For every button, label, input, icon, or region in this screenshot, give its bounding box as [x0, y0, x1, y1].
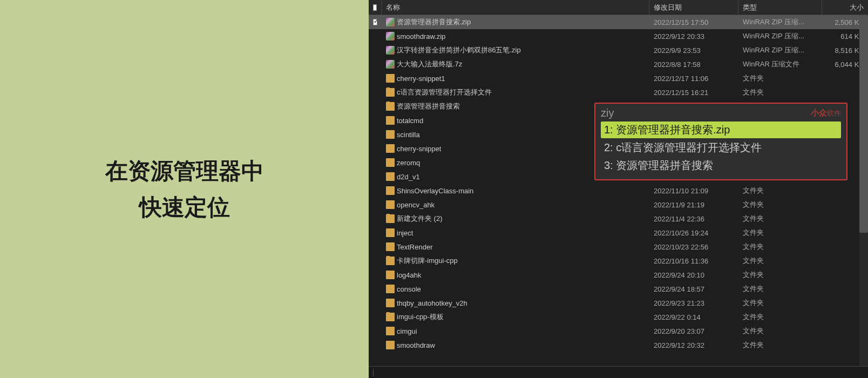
file-type-cell: WinRAR 压缩文件 — [738, 59, 822, 69]
file-name-cell[interactable]: ShinsOverlayClass-main — [382, 186, 649, 195]
file-date-cell: 2022/9/24 20:10 — [649, 271, 738, 279]
folder-icon — [386, 130, 395, 139]
folder-icon — [386, 256, 395, 265]
file-date-cell: 2022/12/15 17:50 — [649, 18, 738, 26]
file-row[interactable]: log4ahk2022/9/24 20:10文件夹 — [369, 268, 868, 282]
file-name-cell[interactable]: log4ahk — [382, 271, 649, 279]
file-date-cell: 2022/12/15 16:21 — [649, 89, 738, 97]
file-date-cell: 2022/9/20 23:07 — [649, 327, 738, 335]
file-date-cell: 2022/9/22 0:14 — [649, 313, 738, 321]
file-name-cell[interactable]: 新建文件夹 (2) — [382, 214, 649, 224]
select-all-checkbox[interactable] — [373, 4, 377, 11]
file-type-cell: 文件夹 — [738, 298, 822, 308]
file-row[interactable]: imgui-cpp-模板2022/9/22 0:14文件夹 — [369, 310, 868, 324]
file-row[interactable]: 卡牌切牌-imgui-cpp2022/10/16 11:36文件夹 — [369, 254, 868, 268]
search-result-item[interactable]: 3: 资源管理器拼音搜索 — [601, 157, 841, 174]
file-row[interactable]: cherry-snippet12022/12/17 11:06文件夹 — [369, 71, 868, 85]
archive-icon — [386, 46, 395, 55]
header-checkbox-cell[interactable] — [369, 0, 382, 15]
column-header-name[interactable]: 名称 — [382, 0, 649, 15]
file-row[interactable]: c语言资源管理器打开选择文件2022/12/15 16:21文件夹 — [369, 85, 868, 99]
file-row[interactable]: cimgui2022/9/20 23:07文件夹 — [369, 324, 868, 338]
file-date-cell: 2022/9/23 21:23 — [649, 299, 738, 307]
file-type-cell: 文件夹 — [738, 312, 822, 322]
file-list[interactable]: 资源管理器拼音搜索.zip2022/12/15 17:50WinRAR ZIP … — [369, 15, 868, 366]
folder-icon — [386, 158, 395, 167]
file-name-cell[interactable]: cimgui — [382, 327, 649, 335]
file-type-cell: 文件夹 — [738, 270, 822, 280]
file-type-cell: 文件夹 — [738, 200, 822, 210]
file-name-label: d2d_v1 — [397, 173, 420, 181]
file-name-cell[interactable]: 资源管理器拼音搜索.zip — [382, 17, 649, 27]
file-date-cell: 2022/10/16 11:36 — [649, 257, 738, 265]
file-name-cell[interactable]: console — [382, 285, 649, 293]
file-type-cell: 文件夹 — [738, 87, 822, 97]
file-row[interactable]: opencv_ahk2022/11/9 21:19文件夹 — [369, 198, 868, 212]
file-row[interactable]: 新建文件夹 (2)2022/11/4 22:36文件夹 — [369, 212, 868, 226]
file-name-label: smoothdraw — [397, 341, 435, 349]
file-type-cell: WinRAR ZIP 压缩... — [738, 31, 822, 41]
file-row[interactable]: console2022/9/24 18:57文件夹 — [369, 282, 868, 296]
file-name-label: 汉字转拼音全拼简拼小鹤双拼86五笔.zip — [397, 45, 521, 55]
file-name-cell[interactable]: c语言资源管理器打开选择文件 — [382, 87, 649, 97]
file-name-label: imgui-cpp-模板 — [397, 312, 444, 322]
file-name-cell[interactable]: 汉字转拼音全拼简拼小鹤双拼86五笔.zip — [382, 45, 649, 55]
folder-icon — [386, 144, 395, 153]
folder-icon — [386, 186, 395, 195]
file-name-cell[interactable]: 大大输入法最终版.7z — [382, 59, 649, 69]
folder-icon — [386, 88, 395, 97]
file-name-cell[interactable]: TextRender — [382, 242, 649, 251]
file-type-cell: 文件夹 — [738, 340, 822, 350]
pinyin-search-popup: ziy 小众软件 1: 资源管理器拼音搜索.zip2: c语言资源管理器打开选择… — [594, 103, 847, 180]
folder-icon — [386, 299, 395, 307]
file-row[interactable]: smoothdraw2022/9/12 20:32文件夹 — [369, 338, 868, 352]
file-name-label: TextRender — [397, 243, 432, 251]
file-row[interactable]: 汉字转拼音全拼简拼小鹤双拼86五笔.zip2022/9/9 23:53WinRA… — [369, 43, 868, 57]
file-row[interactable]: thqby_autohotkey_v2h2022/9/23 21:23文件夹 — [369, 296, 868, 310]
column-header-size[interactable]: 大小 — [822, 0, 868, 15]
column-header-type[interactable]: 类型 — [738, 0, 822, 15]
scrollbar-thumb[interactable] — [859, 15, 868, 233]
file-row[interactable]: TextRender2022/10/23 22:56文件夹 — [369, 240, 868, 254]
file-name-label: 卡牌切牌-imgui-cpp — [397, 256, 458, 266]
file-date-cell: 2022/11/10 21:09 — [649, 187, 738, 195]
file-name-label: zeromq — [397, 159, 420, 167]
file-date-cell: 2022/9/9 23:53 — [649, 46, 738, 55]
vertical-scrollbar[interactable] — [859, 15, 868, 366]
file-name-cell[interactable]: smoothdraw — [382, 341, 649, 349]
file-name-cell[interactable]: thqby_autohotkey_v2h — [382, 299, 649, 307]
file-name-label: smoothdraw.zip — [397, 32, 445, 40]
file-name-label: 资源管理器拼音搜索.zip — [397, 17, 471, 27]
folder-icon — [386, 74, 395, 83]
search-query-text[interactable]: ziy — [601, 107, 614, 119]
folder-icon — [386, 200, 395, 209]
file-row[interactable]: ShinsOverlayClass-main2022/11/10 21:09文件… — [369, 184, 868, 198]
file-name-cell[interactable]: inject — [382, 228, 649, 237]
file-name-label: 大大输入法最终版.7z — [397, 59, 462, 69]
search-result-item[interactable]: 2: c语言资源管理器打开选择文件 — [601, 139, 841, 156]
search-result-item[interactable]: 1: 资源管理器拼音搜索.zip — [601, 122, 841, 138]
status-divider — [373, 369, 374, 376]
explorer-window: 名称 修改日期 类型 大小 资源管理器拼音搜索.zip2022/12/15 17… — [369, 0, 868, 378]
file-name-label: totalcmd — [397, 117, 423, 125]
row-checkbox-cell[interactable] — [369, 19, 382, 25]
file-type-cell: 文件夹 — [738, 73, 822, 83]
file-type-cell: 文件夹 — [738, 214, 822, 224]
file-date-cell: 2022/9/24 18:57 — [649, 285, 738, 293]
row-checkbox[interactable] — [373, 19, 377, 25]
file-date-cell: 2022/10/23 22:56 — [649, 243, 738, 251]
file-row[interactable]: 大大输入法最终版.7z2022/8/8 17:58WinRAR 压缩文件6,04… — [369, 57, 868, 71]
folder-icon — [386, 172, 395, 181]
file-row[interactable]: inject2022/10/26 19:24文件夹 — [369, 226, 868, 240]
file-row[interactable]: 资源管理器拼音搜索.zip2022/12/15 17:50WinRAR ZIP … — [369, 15, 868, 29]
file-name-label: opencv_ahk — [397, 201, 435, 209]
file-name-cell[interactable]: imgui-cpp-模板 — [382, 312, 649, 322]
column-header-date[interactable]: 修改日期 — [649, 0, 738, 15]
file-date-cell: 2022/9/12 20:32 — [649, 341, 738, 349]
file-row[interactable]: smoothdraw.zip2022/9/12 20:33WinRAR ZIP … — [369, 29, 868, 43]
file-name-cell[interactable]: cherry-snippet1 — [382, 74, 649, 83]
file-name-cell[interactable]: opencv_ahk — [382, 200, 649, 209]
file-name-cell[interactable]: 卡牌切牌-imgui-cpp — [382, 256, 649, 266]
file-name-label: cimgui — [397, 327, 417, 335]
file-name-cell[interactable]: smoothdraw.zip — [382, 32, 649, 40]
